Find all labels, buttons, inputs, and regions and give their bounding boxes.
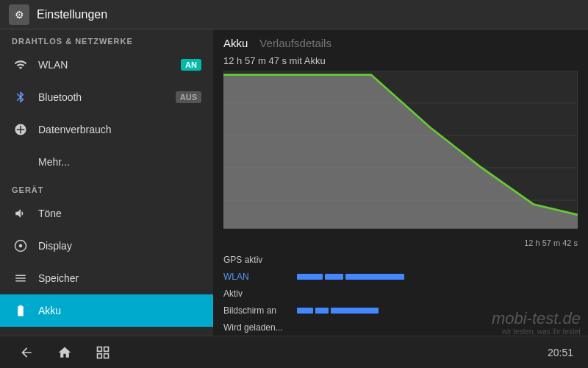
bildschirm-label: Bildschirm an: [223, 305, 297, 316]
section-header-device: GERÄT: [0, 178, 213, 197]
battery-time: 12 h 57 m 47 s mit Akku: [223, 55, 578, 66]
tab-verlaufsdetails[interactable]: Verlaufsdetails: [259, 37, 331, 49]
sidebar-item-toene[interactable]: Töne: [0, 197, 213, 230]
laden-label: Wird geladen...: [223, 322, 297, 333]
recent-button[interactable]: [91, 341, 115, 364]
gps-bars: [297, 257, 578, 263]
home-button[interactable]: [53, 341, 76, 364]
svg-rect-12: [104, 353, 109, 358]
navbar: 20:51: [0, 336, 588, 368]
usage-row-aktiv: Aktiv: [223, 287, 578, 300]
datenverbrauch-label: Datenverbrauch: [38, 124, 201, 135]
gps-label: GPS aktiv: [223, 255, 297, 265]
wlan-usage-label: WLAN: [223, 272, 297, 282]
sidebar-item-display[interactable]: Display: [0, 230, 213, 262]
content-header: Akku Verlaufsdetails: [223, 37, 578, 49]
svg-rect-11: [104, 347, 109, 351]
sidebar: DRAHTLOS & NETZWERKE WLAN AN Bluetooth A…: [0, 29, 213, 336]
wlan-bar-2: [325, 274, 343, 280]
sidebar-item-wlan[interactable]: WLAN AN: [0, 49, 213, 81]
section-header-network: DRAHTLOS & NETZWERKE: [0, 29, 213, 49]
wlan-label: WLAN: [38, 59, 181, 71]
bluetooth-label: Bluetooth: [38, 91, 176, 103]
mehr-label: Mehr...: [38, 156, 201, 168]
chart-time-label: 12 h 57 m 42 s: [223, 238, 578, 247]
bildschirm-bars: [297, 308, 578, 314]
wlan-bar-1: [297, 274, 323, 280]
battery-svg: [223, 71, 578, 233]
display-label: Display: [38, 240, 201, 252]
back-button[interactable]: [15, 341, 38, 364]
bildschirm-bar-2: [315, 308, 329, 314]
main-container: DRAHTLOS & NETZWERKE WLAN AN Bluetooth A…: [0, 29, 588, 336]
time-display: 20:51: [548, 347, 573, 358]
sidebar-item-akku[interactable]: Akku: [0, 294, 213, 327]
app-icon: ⚙: [9, 4, 29, 25]
tab-akku[interactable]: Akku: [223, 37, 248, 49]
titlebar: ⚙ Einstellungen: [0, 0, 588, 29]
svg-point-1: [19, 244, 23, 248]
bildschirm-bar-1: [297, 308, 313, 314]
sidebar-item-bluetooth[interactable]: Bluetooth AUS: [0, 81, 213, 113]
battery-chart: [223, 71, 578, 233]
laden-bars: [297, 325, 578, 330]
wlan-toggle[interactable]: AN: [181, 59, 201, 71]
nav-left: [15, 341, 115, 364]
bildschirm-bar-3: [331, 308, 379, 314]
aktiv-bars: [297, 291, 578, 297]
wlan-bar-3: [345, 274, 404, 280]
akku-label: Akku: [38, 305, 201, 316]
akku-icon: [12, 302, 29, 319]
toene-label: Töne: [38, 208, 201, 219]
wlan-bars: [297, 274, 578, 280]
display-icon: [12, 237, 29, 255]
page-title: Einstellungen: [37, 8, 107, 21]
datenverbrauch-icon: [12, 121, 29, 138]
sidebar-item-mehr[interactable]: Mehr...: [0, 146, 213, 178]
sidebar-item-apps[interactable]: Apps: [0, 327, 213, 336]
svg-rect-10: [98, 353, 102, 358]
mehr-icon: [12, 153, 29, 171]
wlan-icon: [12, 56, 29, 74]
speicher-icon: [12, 269, 29, 287]
svg-rect-9: [98, 347, 102, 351]
bluetooth-toggle[interactable]: AUS: [176, 91, 201, 103]
usage-row-gps: GPS aktiv: [223, 253, 578, 266]
speicher-label: Speicher: [38, 272, 201, 284]
usage-row-laden: Wird geladen...: [223, 321, 578, 334]
sidebar-item-datenverbrauch[interactable]: Datenverbrauch: [0, 113, 213, 146]
aktiv-label: Aktiv: [223, 289, 297, 299]
usage-section: GPS aktiv WLAN Aktiv Bildschirm an: [223, 253, 578, 334]
usage-row-wlan: WLAN: [223, 270, 578, 283]
usage-row-bildschirm: Bildschirm an: [223, 304, 578, 317]
content-area: Akku Verlaufsdetails 12 h 57 m 47 s mit …: [213, 29, 588, 336]
bluetooth-icon: [12, 88, 29, 106]
sidebar-item-speicher[interactable]: Speicher: [0, 262, 213, 294]
toene-icon: [12, 205, 29, 222]
